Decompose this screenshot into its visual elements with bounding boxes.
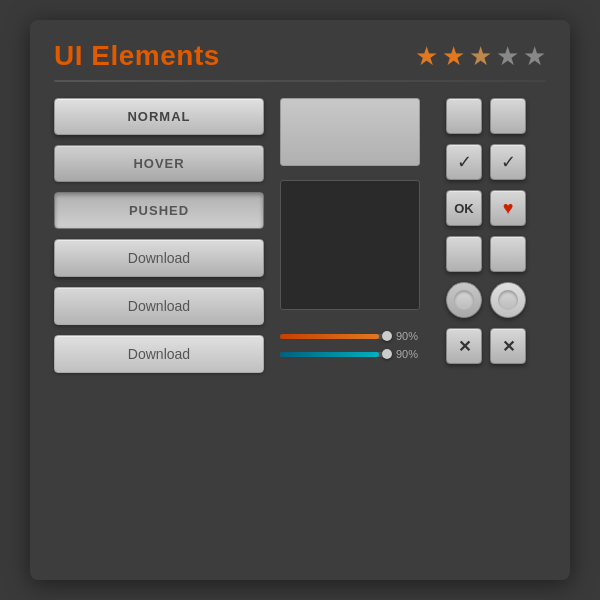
header: UI Elements ★ ★ ★ ★ ★ — [54, 40, 546, 72]
checkmark-1-icon: ✓ — [457, 151, 472, 173]
sliders-area: 90% 90% — [280, 330, 430, 360]
pushed-button[interactable]: PUSHED — [54, 192, 264, 229]
ctrl-row-3: OK ♥ — [446, 190, 526, 226]
radio-inner-2 — [498, 290, 518, 310]
star-2-icon[interactable]: ★ — [442, 41, 465, 72]
image-placeholder — [280, 98, 420, 166]
star-rating: ★ ★ ★ ★ ★ — [415, 41, 546, 72]
header-divider — [54, 80, 546, 82]
slider-track-1[interactable] — [280, 334, 390, 339]
slider-row-2: 90% — [280, 348, 430, 360]
x-1-icon: ✕ — [458, 337, 471, 356]
slider-fill-orange — [280, 334, 379, 339]
radio-inner-1 — [454, 290, 474, 310]
checkbox-1[interactable]: ✓ — [446, 144, 482, 180]
checkmark-2-icon: ✓ — [501, 151, 516, 173]
main-panel: UI Elements ★ ★ ★ ★ ★ NORMAL HOVER PUSHE… — [30, 20, 570, 580]
textarea-placeholder[interactable] — [280, 180, 420, 310]
content-grid: NORMAL HOVER PUSHED Download Download Do… — [54, 98, 546, 373]
ctrl-row-6: ✕ ✕ — [446, 328, 526, 364]
ctrl-row-4 — [446, 236, 526, 272]
heart-button[interactable]: ♥ — [490, 190, 526, 226]
x-button-1[interactable]: ✕ — [446, 328, 482, 364]
slider-fill-blue — [280, 352, 379, 357]
ctrl-box-1[interactable] — [446, 98, 482, 134]
star-4-icon[interactable]: ★ — [496, 41, 519, 72]
slider-1-value: 90% — [396, 330, 424, 342]
slider-thumb-1[interactable] — [382, 331, 392, 341]
ok-button[interactable]: OK — [446, 190, 482, 226]
slider-thumb-2[interactable] — [382, 349, 392, 359]
download-button-3[interactable]: Download — [54, 335, 264, 373]
ctrl-box-6[interactable] — [490, 236, 526, 272]
ctrl-row-5 — [446, 282, 526, 318]
star-3-icon[interactable]: ★ — [469, 41, 492, 72]
slider-row-1: 90% — [280, 330, 430, 342]
x-2-icon: ✕ — [502, 337, 515, 356]
checkbox-2[interactable]: ✓ — [490, 144, 526, 180]
middle-column: 90% 90% — [280, 98, 430, 360]
heart-icon: ♥ — [503, 198, 514, 219]
ok-label: OK — [454, 201, 474, 216]
hover-button[interactable]: HOVER — [54, 145, 264, 182]
page-title: UI Elements — [54, 40, 220, 72]
normal-button[interactable]: NORMAL — [54, 98, 264, 135]
slider-2-value: 90% — [396, 348, 424, 360]
download-button-2[interactable]: Download — [54, 287, 264, 325]
ctrl-box-5[interactable] — [446, 236, 482, 272]
slider-track-2[interactable] — [280, 352, 390, 357]
star-5-icon[interactable]: ★ — [523, 41, 546, 72]
ctrl-row-2: ✓ ✓ — [446, 144, 526, 180]
x-button-2[interactable]: ✕ — [490, 328, 526, 364]
radio-button-2[interactable] — [490, 282, 526, 318]
ctrl-box-2[interactable] — [490, 98, 526, 134]
buttons-column: NORMAL HOVER PUSHED Download Download Do… — [54, 98, 264, 373]
radio-button-1[interactable] — [446, 282, 482, 318]
download-button-1[interactable]: Download — [54, 239, 264, 277]
ctrl-row-1 — [446, 98, 526, 134]
controls-column: ✓ ✓ OK ♥ — [446, 98, 546, 364]
star-1-icon[interactable]: ★ — [415, 41, 438, 72]
